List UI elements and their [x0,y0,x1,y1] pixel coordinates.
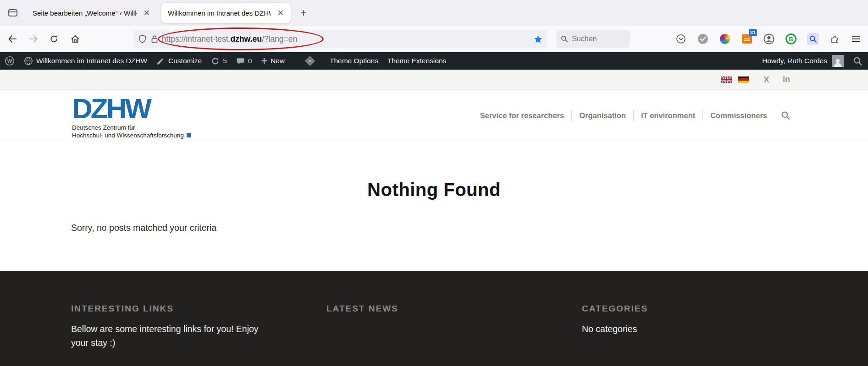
color-wheel-icon[interactable] [719,33,731,45]
reload-icon[interactable] [45,30,63,48]
new-content-link[interactable]: + New [256,52,289,70]
extension-badge: 31 [749,29,757,36]
menu-icon[interactable] [852,36,860,42]
search-extension-icon[interactable] [807,33,819,45]
nav-organisation[interactable]: Organisation [572,111,633,120]
nav-commissioners[interactable]: Commissioners [703,111,774,120]
new-tab-button[interactable]: + [295,5,312,21]
tab-title: Willkommen im Intranet des DZHW [168,9,271,17]
theme-diamond-icon[interactable] [299,52,321,70]
tab-edit-page[interactable]: Seite bearbeiten „Welcome“ ‹ Willk ✕ [26,3,157,23]
language-social-bar: X in [0,70,868,90]
main-navigation: Service for researchers Organisation IT … [473,90,790,141]
plus-icon: + [261,56,267,66]
linkedin-icon[interactable]: in [783,75,790,84]
nav-it-environment[interactable]: IT environment [634,111,702,120]
extension-icons: 31 B [675,33,841,45]
admin-bar-site-link[interactable]: Willkommen im Intranet des DZHW [19,52,152,70]
updates-link[interactable]: 5 [206,52,232,70]
back-icon[interactable] [4,30,21,48]
theme-extensions-label: Theme Extensions [387,57,446,65]
bookmark-star-icon[interactable] [534,35,542,44]
comments-link[interactable]: 0 [232,52,257,70]
avatar[interactable] [832,55,844,67]
site-search-icon[interactable] [781,111,790,120]
footer-interesting-links: INTERESTING LINKS Bellow are some intere… [71,304,287,350]
no-results-message: Sorry, no posts matched your criteria [71,223,216,233]
pocket-icon[interactable] [675,33,687,45]
tab-title: Seite bearbeiten „Welcome“ ‹ Willk [33,9,137,17]
main-content: Nothing Found Sorry, no posts matched yo… [0,141,868,271]
wp-admin-bar: W Willkommen im Intranet des DZHW Custom… [0,52,868,70]
theme-extensions-link[interactable]: Theme Extensions [383,52,451,70]
wp-logo-icon[interactable]: W [0,52,19,70]
howdy-account-link[interactable]: Howdy, Ruth Cordes [762,57,827,65]
extensions-puzzle-icon[interactable] [829,33,841,45]
admin-site-name: Willkommen im Intranet des DZHW [36,57,147,65]
check-circle-icon[interactable] [697,33,709,45]
close-icon[interactable]: ✕ [275,7,286,19]
admin-bar-right: Howdy, Ruth Cordes [762,55,868,67]
footer-heading: INTERESTING LINKS [71,304,287,314]
footer-text: Bellow are some interesting links for yo… [71,322,273,350]
site-globe-icon [24,56,33,66]
footer-heading: LATEST NEWS [326,304,542,314]
german-flag-icon[interactable] [738,76,749,83]
tab-intranet-active[interactable]: Willkommen im Intranet des DZHW ✕ [161,3,291,23]
home-icon[interactable] [66,30,84,48]
theme-options-link[interactable]: Theme Options [325,52,383,70]
browser-search-box[interactable] [556,30,630,48]
url-text[interactable]: https://intranet-test.dzhw.eu/?lang=en [162,34,534,44]
tab-overview-icon[interactable] [4,4,22,22]
footer-categories: CATEGORIES No categories [582,304,797,336]
comments-icon [236,57,245,66]
footer: INTERESTING LINKS Bellow are some intere… [0,271,868,366]
x-twitter-icon[interactable]: X [763,75,769,85]
url-bar[interactable]: https://intranet-test.dzhw.eu/?lang=en [133,30,547,48]
shield-icon[interactable] [138,34,147,44]
footer-text: No categories [582,322,784,336]
customize-label: Customize [168,57,202,65]
page-title: Nothing Found [0,180,868,200]
admin-search-icon[interactable] [853,56,862,66]
uk-flag-icon[interactable] [721,76,732,83]
logo-square-icon [187,133,191,137]
new-label: New [271,57,285,65]
search-icon [561,35,568,43]
logo-wordmark: DZHW [72,95,191,122]
logo-subtitle: Deutsches Zentrum für Hochschul- und Wis… [72,124,191,139]
site-header: DZHW Deutsches Zentrum für Hochschul- un… [0,90,868,141]
browser-tab-bar: Seite bearbeiten „Welcome“ ‹ Willk ✕ Wil… [0,0,868,26]
svg-text:W: W [7,58,12,64]
search-input[interactable] [572,35,622,43]
updates-icon [211,57,220,66]
browser-toolbar: https://intranet-test.dzhw.eu/?lang=en 3… [0,26,868,52]
lock-icon[interactable] [151,35,158,44]
social-divider [776,74,776,86]
footer-heading: CATEGORIES [582,304,797,314]
comments-count: 0 [248,57,252,65]
dzhw-logo[interactable]: DZHW Deutsches Zentrum für Hochschul- un… [72,95,191,139]
footer-latest-news: LATEST NEWS [326,304,542,322]
calendar-extension-icon[interactable]: 31 [741,33,753,45]
tab-divider [24,6,24,19]
brush-icon [156,57,165,66]
forward-icon[interactable] [25,30,42,48]
updates-count: 5 [223,57,227,65]
close-icon[interactable]: ✕ [141,7,152,19]
account-icon[interactable] [763,33,775,45]
green-b-extension-icon[interactable]: B [785,33,797,45]
customize-link[interactable]: Customize [152,52,206,70]
theme-options-label: Theme Options [330,57,378,65]
nav-service-for-researchers[interactable]: Service for researchers [473,111,571,120]
